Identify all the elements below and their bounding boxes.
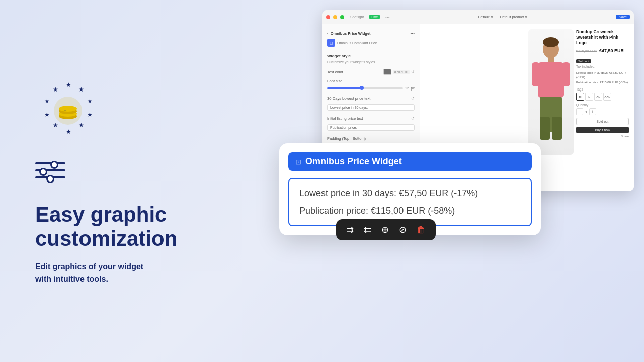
widget-style-desc: Customize your widget's styles. [322,60,420,67]
svg-text:★: ★ [44,111,50,118]
widget-frame-icon: ⊡ [295,158,301,166]
left-panel: ★ ★ ★ ★ ★ ★ ★ ★ ★ ★ ↓ E [0,0,277,362]
font-size-slider-row: 12 px [322,84,420,92]
svg-text:★: ★ [66,128,71,135]
sidebar-icon: ◻ [327,39,335,47]
main-heading: Easy graphic customization [35,203,247,251]
sold-out-badge: Sold out [576,59,591,63]
live-badge: Live [369,15,380,19]
toolbar-hide-icon[interactable]: ⊘ [399,224,407,235]
qty-decrease[interactable]: − [576,108,583,115]
size-btn-l[interactable]: L [585,93,593,101]
svg-text:★: ★ [66,81,71,88]
toolbar-add-icon[interactable]: ⊕ [381,224,389,235]
text-color-value: #707070 [393,70,410,74]
quantity-section: Quantity − 1 + [576,103,629,115]
font-size-slider[interactable] [327,87,403,89]
size-buttons: M L XL XXL [576,93,629,101]
svg-rect-19 [538,62,564,98]
padding-tb-label: Padding (Top - Bottom) [327,136,366,141]
product-prices: €115,00 EUR €47,50 EUR [576,48,629,53]
toolbar-align-right-icon[interactable]: ⇉ [346,224,354,235]
font-size-value: 12 [405,86,409,90]
text-color-row: Text color #707070 ↺ [322,67,420,77]
tax-text: Tax included. [576,65,629,68]
initial-listing-label-row: Initial listing price text ↺ [322,114,420,123]
size-btn-xl[interactable]: XL [594,93,602,101]
default-label: Default ∨ [478,15,493,19]
svg-rect-20 [532,62,540,86]
tags-label: Tags [576,87,629,91]
lowest-price-label: 30-Days Lowest price text [327,96,370,101]
widget-line-1: Lowest price in 30 days: €57,50 EUR (-17… [299,188,521,199]
svg-point-14 [59,106,77,112]
toolbar-align-left-icon[interactable]: ⇇ [364,224,371,235]
widget-style-title: Widget style [322,51,420,60]
svg-text:★: ★ [44,98,50,105]
product-image [528,29,574,155]
eu-stars-logo: ★ ★ ★ ★ ★ ★ ★ ★ ★ ★ ↓ [35,77,247,144]
browser-max-dot [340,15,344,19]
lowest-price-input-row: Lowest price in 30 days: [322,103,420,112]
lowest-price-reset[interactable]: ↺ [411,96,415,101]
padding-tb-row: Padding (Top - Bottom) [322,134,420,143]
spotlight-label: Spotlight [350,15,364,19]
initial-listing-input[interactable]: Publication price: [327,124,415,131]
buy-now-button[interactable]: Buy it now [576,127,629,133]
quantity-label: Quantity [576,103,629,107]
svg-text:★: ★ [87,98,93,105]
text-color-label: Text color [327,70,343,74]
publication-note: Publication price: €115,00 EUR (-58%) [576,80,629,84]
initial-listing-input-row: Publication price: [322,123,420,132]
lowest-price-note: Lowest price in 30 days: €57,50 EUR (-17… [576,71,629,79]
color-swatch[interactable] [383,69,391,75]
initial-listing-label: Initial listing price text [327,116,363,121]
widget-header: ⊡ Omnibus Price Widget [288,152,532,171]
initial-listing-reset[interactable]: ↺ [411,116,415,121]
svg-text:★: ★ [78,122,84,129]
sidebar-more-icon: ••• [411,31,415,36]
size-btn-m[interactable]: M [576,93,584,101]
sidebar-back-label: Omnibus Price Widget [331,31,371,36]
tags-section: Tags M L XL XXL [576,87,629,101]
sidebar-subtitle: Omnibus Compliant Price [337,41,377,45]
price-old: €115,00 EUR [576,49,597,53]
svg-rect-24 [552,117,562,140]
lowest-price-label-row: 30-Days Lowest price text ↺ [322,94,420,103]
font-size-unit: px [411,86,415,90]
svg-rect-21 [562,62,570,86]
save-button[interactable]: Save [616,15,630,19]
svg-text:★: ★ [53,86,58,93]
sold-out-button[interactable]: Sold out [576,118,629,125]
font-size-label: Font size [322,77,420,84]
browser-min-dot [333,15,337,19]
qty-value: 1 [585,110,587,114]
product-info: Dondup Crewneck Sweatshirt With Pink Log… [576,29,629,138]
default-product-label: Default product ∨ [500,15,527,19]
toolbar-delete-icon[interactable]: 🗑 [417,225,426,235]
browser-menu-dots: ••• [385,15,389,19]
widget-line-2: Publication price: €115,00 EUR (-58%) [299,206,521,216]
lowest-price-input[interactable]: Lowest price in 30 days: [327,104,415,111]
widget-header-title: Omnibus Price Widget [305,156,402,167]
svg-text:★: ★ [78,86,84,93]
svg-text:★: ★ [87,111,93,118]
share-link[interactable]: Share [576,135,629,138]
filter-icon [35,162,65,185]
quantity-control: − 1 + [576,108,629,115]
back-arrow-icon: ‹ [327,31,329,36]
qty-increase[interactable]: + [589,108,596,115]
svg-text:↓: ↓ [63,104,67,112]
widget-toolbar: ⇉ ⇇ ⊕ ⊘ 🗑 [336,219,436,240]
svg-rect-18 [548,57,554,62]
browser-bar: Spotlight Live ••• Default ∨ Default pro… [322,10,634,24]
price-new: €47,50 EUR [599,48,624,53]
svg-text:★: ★ [53,122,58,129]
browser-close-dot [326,15,330,19]
product-name: Dondup Crewneck Sweatshirt With Pink Log… [576,29,629,46]
svg-rect-23 [540,117,550,140]
svg-point-17 [543,37,559,47]
sub-text: Edit graphics of your widgetwith intuiti… [35,261,247,285]
color-reset-icon[interactable]: ↺ [411,70,415,74]
size-btn-xxl[interactable]: XXL [603,93,611,101]
